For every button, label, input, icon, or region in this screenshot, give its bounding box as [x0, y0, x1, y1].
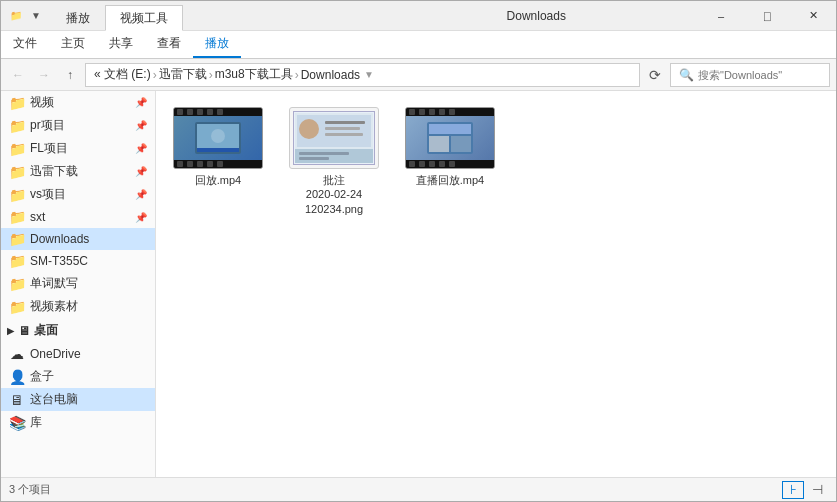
folder-icon: 📁	[9, 209, 25, 225]
window-controls: – ⎕ ✕	[698, 1, 836, 30]
sidebar-label: SM-T355C	[30, 254, 88, 268]
view-large-icons-button[interactable]: ⊣	[806, 481, 828, 499]
sidebar-item-OneDrive[interactable]: ☁ OneDrive	[1, 343, 155, 365]
folder-icon: 📁	[9, 141, 25, 157]
sidebar-item-这台电脑[interactable]: 🖥 这台电脑	[1, 388, 155, 411]
folder-icon: 📁	[9, 276, 25, 292]
nav-up-button[interactable]: ↑	[59, 64, 81, 86]
pin-icon: 📌	[135, 97, 147, 108]
chevron-icon: ▶	[7, 326, 14, 336]
ribbon-tab-play[interactable]: 播放	[193, 31, 241, 58]
refresh-button[interactable]: ⟳	[644, 64, 666, 86]
ribbon-tab-share[interactable]: 共享	[97, 31, 145, 58]
ribbon-tab-home[interactable]: 主页	[49, 31, 97, 58]
svg-point-6	[299, 119, 319, 139]
folder-icon: 📁	[9, 187, 25, 203]
view-buttons: ⊦ ⊣	[782, 481, 828, 499]
ribbon-tab-view[interactable]: 查看	[145, 31, 193, 58]
pin-icon: 📌	[135, 212, 147, 223]
tab-video-tools[interactable]: 视频工具	[105, 5, 183, 31]
view-details-button[interactable]: ⊦	[782, 481, 804, 499]
film-hole	[419, 161, 425, 167]
ribbon-tabs: 文件 主页 共享 查看 播放	[1, 31, 836, 58]
film-hole	[177, 161, 183, 167]
sidebar-item-pr项目[interactable]: 📁 pr项目 📌	[1, 114, 155, 137]
close-button[interactable]: ✕	[790, 1, 836, 31]
sidebar-item-vs项目[interactable]: 📁 vs项目 📌	[1, 183, 155, 206]
tab-播放[interactable]: 播放	[51, 6, 105, 30]
file-thumbnail	[173, 107, 263, 169]
window-icon: 📁	[7, 7, 25, 25]
search-input[interactable]	[698, 69, 818, 81]
window-title: Downloads	[375, 1, 699, 30]
nav-back-button[interactable]: ←	[7, 64, 29, 86]
file-thumbnail	[289, 107, 379, 169]
path-segment-2: m3u8下载工具	[215, 66, 293, 83]
folder-icon: 📁	[9, 299, 25, 315]
film-hole	[449, 161, 455, 167]
file-item[interactable]: 直播回放.mp4	[400, 103, 500, 220]
svg-rect-7	[325, 121, 365, 124]
sidebar-section-桌面[interactable]: ▶ 🖥 桌面	[1, 318, 155, 343]
folder-icon: 📁	[9, 118, 25, 134]
sidebar-item-视频素材[interactable]: 📁 视频素材	[1, 295, 155, 318]
sidebar-item-单词默写[interactable]: 📁 单词默写	[1, 272, 155, 295]
svg-rect-11	[299, 152, 349, 155]
sidebar-label: 迅雷下载	[30, 163, 78, 180]
film-strip-bottom	[174, 160, 262, 168]
restore-button[interactable]: ⎕	[744, 1, 790, 31]
file-label: 直播回放.mp4	[416, 173, 484, 187]
computer-icon: 🖥	[9, 392, 25, 408]
ribbon: 文件 主页 共享 查看 播放	[1, 31, 836, 59]
sidebar-item-视频[interactable]: 📁 视频 📌	[1, 91, 155, 114]
sidebar-item-FL项目[interactable]: 📁 FL项目 📌	[1, 137, 155, 160]
sidebar-item-sxt[interactable]: 📁 sxt 📌	[1, 206, 155, 228]
pin-icon: 📌	[135, 166, 147, 177]
film-strip-bottom	[406, 160, 494, 168]
film-hole	[177, 109, 183, 115]
film-hole	[449, 109, 455, 115]
sidebar-item-SM-T355C[interactable]: 📁 SM-T355C	[1, 250, 155, 272]
film-strip-top	[174, 108, 262, 116]
ribbon-tab-file[interactable]: 文件	[1, 31, 49, 58]
path-text: « 文档 (E:)	[94, 66, 151, 83]
sidebar-item-库[interactable]: 📚 库	[1, 411, 155, 434]
svg-rect-9	[325, 133, 363, 136]
sidebar-label: 库	[30, 414, 42, 431]
minimize-button[interactable]: –	[698, 1, 744, 31]
sidebar-label: 盒子	[30, 368, 54, 385]
sidebar-item-盒子[interactable]: 👤 盒子	[1, 365, 155, 388]
path-segment-1: 迅雷下载	[159, 66, 207, 83]
sidebar: 📁 视频 📌 📁 pr项目 📌 📁 FL项目 📌 📁 迅雷下载 📌 📁 vs项目…	[1, 91, 156, 477]
film-hole	[207, 161, 213, 167]
folder-icon: 📁	[9, 231, 25, 247]
sidebar-icon: 🖥	[18, 324, 30, 338]
film-hole	[207, 109, 213, 115]
svg-rect-16	[451, 136, 471, 152]
file-item[interactable]: 批注2020-02-24120234.png	[284, 103, 384, 220]
pin-icon: 📌	[135, 143, 147, 154]
nav-forward-button[interactable]: →	[33, 64, 55, 86]
film-hole	[439, 109, 445, 115]
file-label: 回放.mp4	[195, 173, 241, 187]
user-icon: 👤	[9, 369, 25, 385]
svg-rect-15	[429, 136, 449, 152]
library-icon: 📚	[9, 415, 25, 431]
address-path[interactable]: « 文档 (E:) › 迅雷下载 › m3u8下载工具 › Downloads …	[85, 63, 640, 87]
path-segment-3: Downloads	[301, 68, 360, 82]
main-layout: 📁 视频 📌 📁 pr项目 📌 📁 FL项目 📌 📁 迅雷下载 📌 📁 vs项目…	[1, 91, 836, 477]
sidebar-item-迅雷下载[interactable]: 📁 迅雷下载 📌	[1, 160, 155, 183]
png-inner	[293, 111, 375, 165]
file-thumbnail	[405, 107, 495, 169]
thumb-inner	[406, 116, 494, 160]
quick-access-btn[interactable]: ▼	[27, 7, 45, 25]
film-hole	[439, 161, 445, 167]
film-hole	[409, 161, 415, 167]
sidebar-item-Downloads[interactable]: 📁 Downloads	[1, 228, 155, 250]
png-svg	[295, 113, 373, 163]
search-box[interactable]: 🔍	[670, 63, 830, 87]
status-bar: 3 个项目 ⊦ ⊣	[1, 477, 836, 501]
svg-rect-12	[299, 157, 329, 160]
file-item[interactable]: 回放.mp4	[168, 103, 268, 220]
svg-point-3	[211, 129, 225, 143]
